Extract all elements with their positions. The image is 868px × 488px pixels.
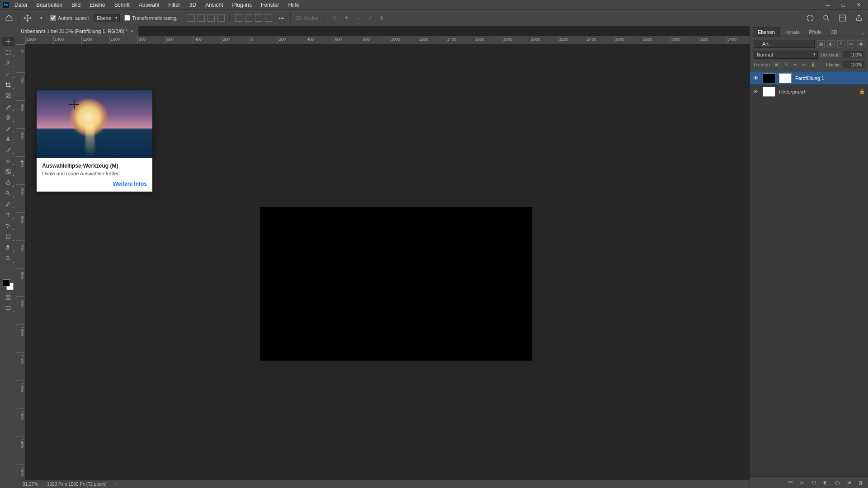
- move-tool-icon[interactable]: [23, 14, 32, 23]
- vertical-ruler[interactable]: 0100200300400500600700800900100011001200…: [16, 44, 25, 480]
- eraser-tool[interactable]: [2, 156, 14, 165]
- zoom-tool[interactable]: [2, 254, 14, 263]
- delete-layer-button[interactable]: 🗑: [857, 479, 864, 486]
- layer-visibility-toggle[interactable]: 👁: [753, 89, 759, 95]
- auto-select-checkbox[interactable]: Autom. ausw.:: [50, 15, 89, 21]
- auto-select-target-dropdown[interactable]: Ebene: [94, 14, 120, 22]
- layer-filter-dropdown[interactable]: Art: [754, 40, 815, 48]
- menu-bild[interactable]: Bild: [68, 1, 84, 9]
- tab-ebenen[interactable]: Ebenen: [753, 27, 780, 37]
- layer-visibility-toggle[interactable]: 👁: [753, 75, 759, 81]
- menu-schrift[interactable]: Schrift: [111, 1, 133, 9]
- pen-tool[interactable]: [2, 200, 14, 209]
- tab-pfade[interactable]: Pfade: [804, 28, 826, 37]
- document-tab[interactable]: Unbenannt-1 bei 31,3% (Farbfüllung 1, RG…: [16, 26, 139, 36]
- ruler-origin[interactable]: [16, 36, 25, 44]
- marquee-tool[interactable]: [2, 48, 14, 57]
- filter-adjust-icon[interactable]: ◐: [827, 40, 835, 47]
- type-tool[interactable]: [2, 211, 14, 220]
- menu-3d[interactable]: 3D: [186, 1, 200, 9]
- gradient-tool[interactable]: [2, 167, 14, 176]
- panel-menu-icon[interactable]: ≡: [858, 31, 868, 37]
- horizontal-ruler[interactable]: 1600140012001000800600400200020040060080…: [25, 36, 750, 44]
- crop-tool[interactable]: [2, 80, 14, 89]
- color-swatches[interactable]: [2, 278, 14, 291]
- status-info-dropdown-icon[interactable]: ›: [116, 482, 117, 487]
- workspace-switcher-icon[interactable]: [838, 14, 847, 23]
- zoom-level[interactable]: 31,27%: [23, 482, 38, 487]
- align-bottom-button[interactable]: [255, 14, 262, 22]
- edit-toolbar-button[interactable]: ⋯: [2, 265, 14, 274]
- lock-transparency-button[interactable]: ▦: [774, 62, 780, 68]
- distribute-v-button[interactable]: [265, 14, 272, 22]
- move-tool[interactable]: [2, 37, 14, 46]
- layer-name[interactable]: Farbfüllung 1: [795, 75, 824, 81]
- layer-name[interactable]: Hintergrund: [779, 89, 805, 94]
- foreground-color-swatch[interactable]: [3, 279, 10, 286]
- lock-artboard-button[interactable]: ▭: [801, 62, 807, 68]
- fill-input[interactable]: 100%: [844, 61, 864, 68]
- quick-mask-button[interactable]: [2, 293, 14, 302]
- tool-preset-dropdown-icon[interactable]: ▾: [37, 14, 46, 23]
- magic-wand-tool[interactable]: [2, 70, 14, 79]
- filter-shape-icon[interactable]: ▭: [847, 40, 854, 47]
- layer-thumbnail[interactable]: [763, 73, 775, 83]
- close-icon[interactable]: ×: [131, 28, 134, 34]
- frame-tool[interactable]: [2, 91, 14, 100]
- menu-datei[interactable]: Datei: [11, 1, 31, 9]
- window-minimize-button[interactable]: —: [821, 2, 835, 8]
- blur-tool[interactable]: [2, 178, 14, 187]
- artboard-canvas[interactable]: [260, 207, 532, 361]
- link-layers-button[interactable]: ⚯: [787, 479, 794, 486]
- layer-mask-thumbnail[interactable]: [779, 73, 792, 83]
- home-icon[interactable]: [5, 14, 14, 23]
- layer-style-button[interactable]: fx: [798, 479, 806, 486]
- menu-auswahl[interactable]: Auswahl: [135, 1, 163, 9]
- layer-mask-button[interactable]: ◻: [810, 479, 817, 486]
- blend-mode-dropdown[interactable]: Normal: [754, 51, 818, 59]
- menu-plugins[interactable]: Plug-ins: [229, 1, 255, 9]
- menu-ansicht[interactable]: Ansicht: [202, 1, 226, 9]
- dodge-tool[interactable]: [2, 189, 14, 198]
- document-dimensions[interactable]: 1920 Px x 1080 Px (72 ppcm): [47, 482, 107, 487]
- rectangle-shape-tool[interactable]: [2, 232, 14, 241]
- distribute-h-button[interactable]: [217, 14, 225, 22]
- window-maximize-button[interactable]: □: [836, 2, 850, 8]
- healing-brush-tool[interactable]: [2, 113, 14, 122]
- align-left-button[interactable]: [188, 14, 195, 22]
- filter-smart-icon[interactable]: ▣: [857, 40, 864, 47]
- align-top-button[interactable]: [235, 14, 242, 22]
- hand-tool[interactable]: [2, 243, 14, 252]
- lock-image-button[interactable]: ✎: [783, 62, 789, 68]
- clone-stamp-tool[interactable]: [2, 135, 14, 144]
- history-brush-tool[interactable]: [2, 145, 14, 155]
- lock-icon[interactable]: 🔒: [859, 89, 865, 94]
- search-icon[interactable]: [822, 14, 831, 23]
- new-layer-button[interactable]: ⊞: [845, 479, 853, 486]
- group-layers-button[interactable]: 🗀: [834, 479, 841, 486]
- menu-fenster[interactable]: Fenster: [257, 1, 283, 9]
- align-vcenter-button[interactable]: [245, 14, 252, 22]
- screen-mode-button[interactable]: [2, 304, 14, 313]
- menu-bearbeiten[interactable]: Bearbeiten: [33, 1, 66, 9]
- filter-type-icon[interactable]: T: [837, 40, 844, 47]
- align-right-button[interactable]: [208, 14, 215, 22]
- share-icon[interactable]: [854, 14, 863, 23]
- align-hcenter-button[interactable]: [198, 14, 205, 22]
- adjustment-layer-button[interactable]: ◐: [822, 479, 829, 486]
- layer-thumbnail[interactable]: [763, 87, 775, 97]
- lock-position-button[interactable]: ✥: [792, 62, 798, 68]
- tooltip-learn-more-link[interactable]: Weitere Infos: [113, 181, 147, 187]
- menu-hilfe[interactable]: Hilfe: [285, 1, 303, 9]
- menu-ebene[interactable]: Ebene: [86, 1, 109, 9]
- filter-pixel-icon[interactable]: ▦: [817, 40, 825, 47]
- eyedropper-tool[interactable]: [2, 102, 14, 111]
- window-close-button[interactable]: ✕: [852, 2, 865, 8]
- brush-tool[interactable]: [2, 124, 14, 133]
- path-selection-tool[interactable]: [2, 221, 14, 230]
- lock-all-button[interactable]: 🔒: [810, 62, 816, 68]
- transform-controls-checkbox[interactable]: Transformationsstrg.: [124, 15, 177, 21]
- lasso-tool[interactable]: [2, 59, 14, 68]
- menu-filter[interactable]: Filter: [165, 1, 184, 9]
- tab-kanaele[interactable]: Kanäle: [780, 28, 804, 37]
